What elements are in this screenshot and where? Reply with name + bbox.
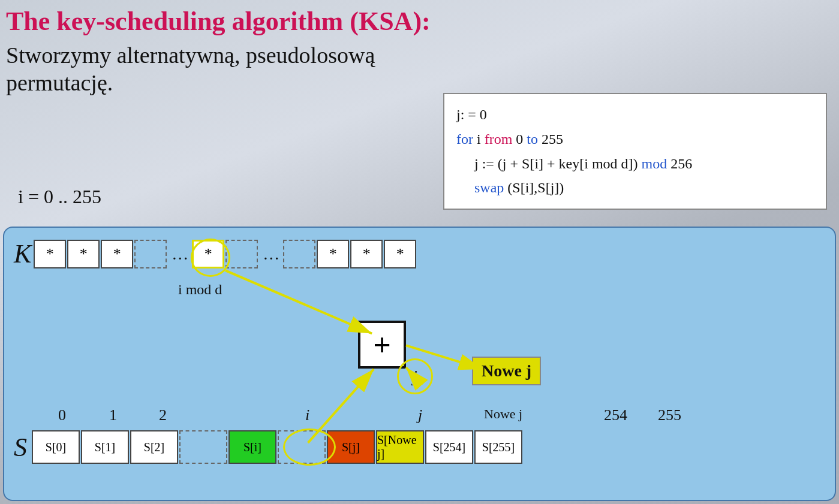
k-row: K * * * … * … * * * bbox=[14, 239, 417, 269]
k-cell-dash1 bbox=[134, 240, 167, 268]
s-cell-j: S[j] bbox=[327, 430, 375, 464]
s-cell-1: S[1] bbox=[81, 430, 129, 464]
j-circle: j bbox=[397, 358, 433, 394]
code-line-4: swap (S[i],S[j]) bbox=[456, 176, 814, 200]
s-cell-i: S[i] bbox=[228, 430, 276, 464]
plus-box: + bbox=[358, 321, 406, 369]
diagram-section: K * * * … * … * * * i mod d + Nowe j j 0… bbox=[3, 227, 836, 501]
k-cell-0: * bbox=[34, 240, 66, 268]
s-cell-gap1 bbox=[179, 430, 227, 464]
idx-label-j: j bbox=[418, 406, 422, 424]
k-dots-1: … bbox=[172, 245, 188, 264]
k-cell-1: * bbox=[67, 240, 100, 268]
k-cell-end1: * bbox=[317, 240, 349, 268]
idx-label-2: 2 bbox=[159, 406, 167, 424]
svg-line-1 bbox=[225, 270, 372, 333]
imodd-label: i mod d bbox=[178, 282, 222, 298]
s-row: S S[0] S[1] S[2] S[i] S[j] S[Nowe j] S[2… bbox=[14, 430, 524, 464]
range-label: i = 0 .. 255 bbox=[18, 186, 101, 208]
k-cell-end2: * bbox=[350, 240, 383, 268]
s-cell-0: S[0] bbox=[32, 430, 80, 464]
k-cell-end3: * bbox=[384, 240, 416, 268]
idx-label-254: 254 bbox=[604, 406, 627, 424]
idx-label-i: i bbox=[305, 406, 309, 424]
s-cell-255: S[255] bbox=[474, 430, 522, 464]
code-line-1: j: = 0 bbox=[456, 102, 814, 127]
s-cell-254: S[254] bbox=[425, 430, 473, 464]
k-cell-2: * bbox=[101, 240, 133, 268]
k-label: K bbox=[14, 239, 31, 269]
k-cell-dash2 bbox=[225, 240, 258, 268]
idx-label-1: 1 bbox=[109, 406, 117, 424]
s-cell-2: S[2] bbox=[130, 430, 178, 464]
code-box: j: = 0 for i from 0 to 255 j := (j + S[i… bbox=[443, 93, 827, 210]
code-line-3: j := (j + S[i] + key[i mod d]) mod 256 bbox=[456, 152, 814, 176]
code-line-2: for i from 0 to 255 bbox=[456, 127, 814, 152]
k-cell-highlighted: * bbox=[192, 240, 224, 268]
s-cell-newj: S[Nowe j] bbox=[376, 430, 424, 464]
idx-label-0: 0 bbox=[58, 406, 66, 424]
k-dots-2: … bbox=[263, 245, 279, 264]
s-label: S bbox=[14, 432, 27, 463]
page-title: The key-scheduling algorithm (KSA): bbox=[6, 6, 431, 37]
idx-label-255: 255 bbox=[658, 406, 681, 424]
s-cell-gap2 bbox=[278, 430, 326, 464]
k-cell-dash3 bbox=[283, 240, 315, 268]
idx-label-newj: Nowe j bbox=[484, 406, 522, 422]
nowe-j-box: Nowe j bbox=[472, 357, 541, 385]
subtitle: Stworzymy alternatywną, pseudolosową per… bbox=[6, 42, 414, 96]
top-section: The key-scheduling algorithm (KSA): Stwo… bbox=[0, 0, 839, 228]
